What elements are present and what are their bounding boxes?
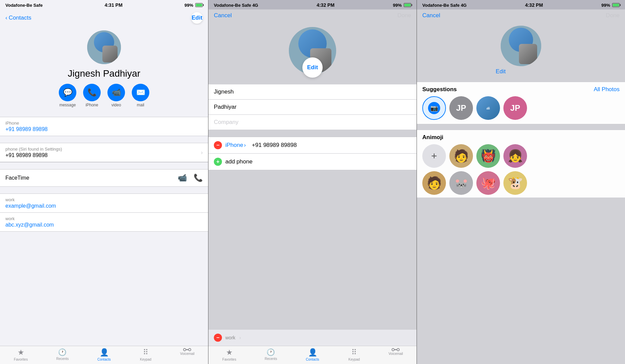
remove-phone-button[interactable]: − bbox=[214, 141, 222, 149]
voicemail-label-1: Voicemail bbox=[180, 352, 195, 356]
tab-voicemail-2[interactable]: Voicemail bbox=[375, 348, 417, 361]
facetime-phone-icon[interactable]: 📞 bbox=[194, 174, 203, 182]
siri-number: +91 98989 89898 bbox=[5, 152, 203, 158]
phone-edit-item: − iPhone › +91 98989 89898 bbox=[208, 137, 417, 154]
favorites-label-1: Favorites bbox=[14, 358, 28, 361]
chevron-work-peek: › bbox=[240, 335, 241, 340]
animoji-monster-green[interactable]: 👹 bbox=[476, 144, 500, 168]
first-name-field[interactable]: Jignesh bbox=[208, 84, 417, 100]
siri-row[interactable]: phone (Siri found in Settings) +91 98989… bbox=[0, 143, 208, 162]
tab-favorites-2[interactable]: ★ Favorites bbox=[208, 348, 250, 361]
video-label: video bbox=[111, 103, 121, 107]
done-button-3[interactable]: Done bbox=[606, 12, 620, 19]
animoji-boy-glasses[interactable]: 🧑 bbox=[422, 171, 446, 195]
facetime-video-icon[interactable]: 📹 bbox=[178, 174, 187, 182]
tab-keypad-1[interactable]: ⠿ Keypad bbox=[125, 348, 167, 361]
monogram-text-gray: JP bbox=[456, 103, 466, 113]
recents-icon-2: 🕐 bbox=[267, 348, 275, 356]
work-email-2[interactable]: abc.xyz@gmail.com bbox=[5, 222, 203, 228]
iphone-row: iPhone +91 98989 89898 bbox=[0, 117, 208, 136]
edit-button-1[interactable]: Edit bbox=[191, 12, 203, 24]
animoji-boy[interactable]: 🧑 bbox=[449, 144, 473, 168]
photo-picker-avatar[interactable] bbox=[501, 26, 541, 66]
suggestion-monogram-pink[interactable]: JP bbox=[503, 96, 527, 120]
picker-edit-link[interactable]: Edit bbox=[480, 68, 521, 75]
action-mail[interactable]: ✉️ mail bbox=[132, 84, 149, 107]
all-photos-button[interactable]: All Photos bbox=[594, 86, 620, 93]
tab-bar-1: ★ Favorites 🕐 Recents 👤 Contacts ⠿ Keypa… bbox=[0, 346, 208, 364]
facetime-label: FaceTime bbox=[5, 175, 29, 181]
work-email-1[interactable]: example@gmail.com bbox=[5, 203, 203, 209]
battery-icon-2 bbox=[404, 3, 411, 7]
animoji-row-2: 🧑 🐭 🐙 🐮 bbox=[422, 171, 620, 195]
plus-icon: + bbox=[431, 150, 437, 162]
phone-icon: 📞 bbox=[83, 84, 101, 101]
nav-bar-3: Cancel Done bbox=[417, 9, 625, 20]
boy-glasses-animoji-icon: 🧑 bbox=[427, 176, 442, 190]
tab-favorites-1[interactable]: ★ Favorites bbox=[0, 348, 42, 361]
last-name-field[interactable]: Padhiyar bbox=[208, 100, 417, 115]
tab-recents-2[interactable]: 🕐 Recents bbox=[250, 348, 292, 361]
back-button-1[interactable]: ‹ Contacts bbox=[5, 15, 31, 21]
tab-recents-1[interactable]: 🕐 Recents bbox=[42, 348, 83, 361]
suggestions-title: Suggestions bbox=[422, 86, 457, 93]
suggestion-photo-1[interactable]: 🏙 bbox=[476, 96, 500, 120]
suggestion-camera[interactable]: 📷 bbox=[422, 96, 446, 120]
battery-icon-3 bbox=[612, 3, 620, 7]
phone-type-link[interactable]: iPhone › bbox=[225, 142, 246, 149]
avatar-section: Jignesh Padhiyar 💬 message 📞 iPhone 📹 vi… bbox=[0, 25, 208, 117]
add-phone-button[interactable]: + bbox=[214, 158, 222, 166]
camera-icon: 📷 bbox=[428, 102, 440, 114]
work-section-peek: − work › bbox=[208, 329, 417, 346]
tab-contacts-1[interactable]: 👤 Contacts bbox=[83, 348, 125, 361]
animoji-section: Animoji + 🧑 👹 👧 🧑 bbox=[417, 130, 625, 198]
action-message[interactable]: 💬 message bbox=[59, 84, 76, 107]
animoji-mouse[interactable]: 🐭 bbox=[449, 171, 473, 195]
tab-contacts-2[interactable]: 👤 Contacts bbox=[292, 348, 333, 361]
siri-label: phone (Siri found in Settings) bbox=[5, 147, 203, 152]
tab-voicemail-1[interactable]: Voicemail bbox=[167, 348, 208, 361]
iphone-section: iPhone +91 98989 89898 bbox=[0, 117, 208, 136]
animoji-girl[interactable]: 👧 bbox=[503, 144, 527, 168]
message-label: message bbox=[59, 103, 76, 107]
animoji-add-button[interactable]: + bbox=[422, 144, 446, 168]
carrier-3: Vodafone-Be Safe 4G bbox=[422, 3, 467, 8]
action-video[interactable]: 📹 video bbox=[107, 84, 125, 107]
cancel-button-2[interactable]: Cancel bbox=[214, 12, 232, 19]
avatar-1[interactable] bbox=[87, 30, 121, 64]
add-phone-label: add phone bbox=[225, 158, 252, 165]
action-phone[interactable]: 📞 iPhone bbox=[83, 84, 101, 107]
battery-2: 99% bbox=[393, 3, 411, 8]
company-field[interactable]: Company bbox=[208, 115, 417, 130]
voicemail-label-2: Voicemail bbox=[389, 352, 403, 356]
photo-picker-avatar-section: Edit bbox=[417, 20, 625, 78]
phone-type-label: iPhone bbox=[225, 142, 243, 149]
facetime-row: FaceTime 📹 📞 bbox=[0, 170, 208, 186]
monster-animoji-icon: 👹 bbox=[481, 149, 496, 163]
animoji-octopus[interactable]: 🐙 bbox=[476, 171, 500, 195]
animoji-cow[interactable]: 🐮 bbox=[503, 171, 527, 195]
phone-number-field[interactable]: +91 98989 89898 bbox=[252, 142, 297, 149]
work-label-peek: work bbox=[225, 335, 235, 340]
remove-work-button-peek[interactable]: − bbox=[214, 334, 222, 342]
contact-name-1: Jignesh Padhiyar bbox=[68, 68, 141, 79]
battery-icon-1 bbox=[195, 3, 203, 7]
tab-keypad-2[interactable]: ⠿ Keypad bbox=[333, 348, 375, 361]
suggestion-monogram-gray[interactable]: JP bbox=[449, 96, 473, 120]
cancel-button-3[interactable]: Cancel bbox=[422, 12, 440, 19]
mail-label: mail bbox=[137, 103, 144, 107]
monogram-text-pink: JP bbox=[510, 103, 520, 113]
keypad-icon-1: ⠿ bbox=[143, 348, 148, 357]
work-email-label-1: work bbox=[5, 197, 203, 202]
siri-section: phone (Siri found in Settings) +91 98989… bbox=[0, 143, 208, 162]
carrier-2: Vodafone-Be Safe 4G bbox=[214, 3, 258, 8]
done-button-2[interactable]: Done bbox=[397, 12, 411, 19]
screen1-contact-view: Vodafone-Be Safe 4:31 PM 99% ‹ Contacts … bbox=[0, 0, 208, 364]
recents-label-1: Recents bbox=[56, 357, 69, 361]
battery-3: 99% bbox=[601, 3, 620, 8]
iphone-number[interactable]: +91 98989 89898 bbox=[5, 126, 203, 132]
facetime-section: FaceTime 📹 📞 bbox=[0, 169, 208, 187]
edit-avatar-button[interactable]: Edit bbox=[302, 57, 323, 78]
nav-bar-1: ‹ Contacts Edit bbox=[0, 9, 208, 25]
phone-edit-section: − iPhone › +91 98989 89898 + add phone bbox=[208, 137, 417, 170]
